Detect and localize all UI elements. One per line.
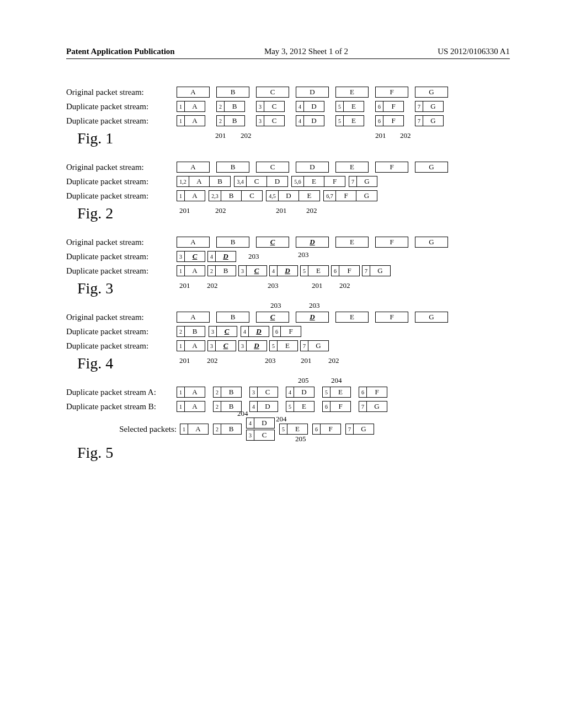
packet-group: 3,4CD (234, 176, 288, 187)
fig4-dup2-stream: 1A 3C 3D 5E 7G (177, 340, 329, 351)
header-left: Patent Application Publication (66, 47, 175, 56)
packet: 4D (246, 417, 275, 429)
packet: 3C (177, 251, 205, 262)
fig3-dup1-label: Duplicate packet stream: (66, 252, 177, 261)
ref-201: 201 (276, 207, 287, 214)
fig3-dup2-stream: 1A 2B 3C 4D 5E 6F 7G (177, 265, 391, 276)
packet-group: 5,6EF (291, 176, 345, 187)
packet: 1A (180, 424, 209, 435)
packet: 4D (241, 326, 269, 337)
fig-3: Original packet stream: A B C D E F G 20… (66, 237, 510, 297)
packet: 4D (286, 387, 315, 398)
fig4-orig-stream: A B C D E F G (177, 312, 448, 323)
packet: 6F (375, 115, 404, 126)
packet: 7G (362, 265, 391, 276)
packet: 3C (209, 326, 237, 337)
packet-group: 7G (349, 176, 377, 187)
packet-group: 1,2AB (177, 176, 231, 187)
fig5-dupB-stream: 1A 2B 4D 5E 6F 7G (177, 401, 387, 412)
packet: 7G (359, 401, 387, 412)
packet: 3C (256, 115, 285, 126)
packet: 7G (300, 340, 329, 351)
ref-202: 202 (339, 282, 350, 289)
packet: 2B (177, 326, 205, 337)
packet-group: 6,7FG (323, 190, 377, 201)
fig4-orig-label: Original packet stream: (66, 313, 177, 322)
packet: B (216, 87, 249, 98)
packet-group: 1A (177, 190, 205, 201)
ref-202: 202 (215, 207, 226, 214)
ref-202: 202 (400, 132, 411, 139)
page: Patent Application Publication May 3, 20… (0, 0, 565, 728)
packet: 6F (273, 326, 301, 337)
ref-201: 201 (312, 282, 323, 289)
packet: D (296, 87, 329, 98)
packet: 3C (207, 340, 236, 351)
packet: 4D (296, 101, 324, 112)
fig5-sel-stream: 1A 2B 4D 3C 5E 6F 7G (180, 417, 374, 441)
header-right: US 2012/0106330 A1 (438, 47, 510, 56)
fig4-dup1-label: Duplicate packet stream: (66, 327, 177, 336)
ref-202: 202 (207, 357, 218, 364)
ref-205: 205 (298, 377, 309, 384)
fig3-orig-stream: A B C D E F G (177, 237, 448, 248)
packet: 3D (238, 340, 267, 351)
packet: 5E (286, 401, 315, 412)
packet: 6F (322, 401, 351, 412)
fig2-dup2-stream: 1A 2,3BC 4,5DE 6,7FG (177, 190, 377, 201)
packet: 5E (300, 265, 329, 276)
ref-202: 202 (306, 207, 317, 214)
fig4-dup1-stream: 2B 3C 4D 6F (177, 326, 301, 337)
packet: 7G (345, 424, 374, 435)
fig1-dup2-label: Duplicate packet stream: (66, 116, 177, 126)
packet: 1A (177, 340, 205, 351)
ref-201: 201 (215, 132, 226, 139)
fig5-dupB-label: Duplicate packet stream B: (66, 402, 177, 411)
fig-4: Original packet stream: A B C D E F G 20… (66, 312, 510, 372)
packet: C (256, 87, 289, 98)
fig-2: Original packet stream: A B C D E F G Du… (66, 162, 510, 222)
packet: 5E (335, 101, 364, 112)
packet-group: 2,3BC (209, 190, 263, 201)
packet: 2B (207, 265, 236, 276)
packet: 1A (177, 265, 205, 276)
fig1-dup1-label: Duplicate packet stream: (66, 102, 177, 111)
ref-201: 201 (179, 282, 190, 289)
packet: 7G (415, 115, 444, 126)
fig2-dup2-label: Duplicate packet stream: (66, 191, 177, 201)
fig-1: Original packet stream: A B C D E F G Du… (66, 87, 510, 147)
ref-204: 204 (331, 377, 342, 384)
packet: F (375, 87, 408, 98)
ref-202: 202 (328, 357, 339, 364)
packet: E (335, 87, 369, 98)
packet: 5E (279, 424, 308, 435)
packet: 6F (375, 101, 404, 112)
fig1-caption: Fig. 1 (77, 130, 510, 147)
ref-201: 201 (375, 132, 386, 139)
fig3-orig-label: Original packet stream: (66, 238, 177, 247)
fig4-dup2-label: Duplicate packet stream: (66, 341, 177, 351)
header-mid: May 3, 2012 Sheet 1 of 2 (264, 47, 348, 56)
packet: A (177, 87, 210, 98)
ref-203: 203 (248, 253, 259, 260)
ref-201: 201 (179, 207, 190, 214)
ref-205: 205 (295, 435, 306, 442)
fig2-dup1-label: Duplicate packet stream: (66, 177, 177, 186)
fig1-dup2-stream: 1A 2B 3C 4D 5E 6F 7G (177, 115, 444, 126)
packet: 4D (249, 401, 278, 412)
packet: 4D (296, 115, 324, 126)
packet: 2B (216, 101, 245, 112)
fig1-orig-label: Original packet stream: (66, 88, 177, 97)
ref-203: 203 (265, 357, 276, 364)
ref-201: 201 (301, 357, 312, 364)
ref-203: 203 (268, 282, 279, 289)
fig5-dupA-stream: 1A 2B 3C 4D 5E 6F (177, 387, 387, 398)
ref-203: 203 (309, 302, 320, 309)
packet: G (415, 87, 448, 98)
packet: 5E (335, 115, 364, 126)
packet: 3C (238, 265, 267, 276)
fig4-caption: Fig. 4 (77, 355, 510, 372)
fig5-dupA-label: Duplicate packet stream A: (66, 388, 177, 397)
packet: 3C (246, 430, 275, 441)
packet: 6F (331, 265, 360, 276)
